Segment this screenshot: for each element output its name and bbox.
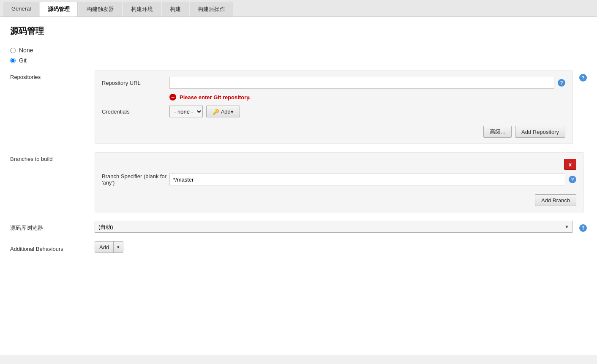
credentials-select[interactable]: - none - — [169, 106, 203, 117]
repositories-content: Repository URL ? − Please enter Git repo… — [95, 71, 572, 144]
tab-bar: General 源码管理 构建触发器 构建环境 构建 构建后操作 — [0, 0, 597, 17]
repo-browser-row: (自动) ▼ — [95, 221, 572, 233]
repo-url-input[interactable] — [169, 77, 554, 89]
add-branch-button[interactable]: Add Branch — [535, 194, 576, 206]
repositories-label: Repositories — [10, 71, 95, 80]
repositories-footer: 高级... Add Repository — [102, 122, 565, 138]
tab-general[interactable]: General — [3, 2, 39, 16]
radio-none[interactable] — [10, 48, 16, 53]
advanced-button[interactable]: 高级... — [483, 126, 512, 138]
repo-url-error: − Please enter Git repository. — [169, 94, 565, 101]
credentials-row: Credentials - none - 🔑 Add▾ — [102, 106, 565, 117]
repo-browser-label: 源码库浏览器 — [10, 221, 95, 232]
add-cred-label: Add▾ — [221, 109, 234, 115]
repo-browser-help-icon[interactable]: ? — [576, 224, 587, 232]
error-text: Please enter Git repository. — [180, 94, 251, 101]
key-icon: 🔑 — [213, 109, 219, 115]
add-credentials-button[interactable]: 🔑 Add▾ — [206, 106, 240, 117]
additional-behaviours-section: Additional Behaviours Add ▾ — [10, 241, 587, 253]
page-title: 源码管理 — [10, 25, 587, 37]
tab-scm[interactable]: 源码管理 — [40, 2, 78, 16]
branch-specifier-label: Branch Specifier (blank for 'any') — [102, 173, 169, 186]
credentials-label: Credentials — [102, 109, 169, 115]
add-behaviour-arrow-icon[interactable]: ▾ — [114, 242, 123, 253]
repositories-section: Repositories Repository URL ? − Please e… — [10, 71, 587, 144]
branch-specifier-help-icon[interactable]: ? — [569, 176, 576, 183]
branches-content: x Branch Specifier (blank for 'any') ? A… — [95, 152, 583, 212]
repo-browser-section: 源码库浏览器 (自动) ▼ ? — [10, 221, 587, 233]
repo-browser-select-wrap: (自动) ▼ — [95, 221, 572, 233]
branch-specifier-row: Branch Specifier (blank for 'any') ? — [102, 173, 576, 186]
branches-section: Branches to build x Branch Specifier (bl… — [10, 152, 587, 212]
add-behaviour-label[interactable]: Add — [95, 242, 114, 253]
scm-radio-group: None Git — [10, 47, 587, 64]
repo-browser-select[interactable]: (自动) — [95, 221, 572, 233]
branches-label: Branches to build — [10, 152, 95, 162]
repo-url-help-icon[interactable]: ? — [558, 79, 565, 87]
tab-post[interactable]: 构建后操作 — [190, 2, 233, 16]
branch-specifier-input[interactable] — [169, 174, 565, 185]
repo-url-input-wrap — [169, 77, 554, 89]
radio-git-label[interactable]: Git — [19, 57, 27, 64]
additional-behaviours-label: Additional Behaviours — [10, 242, 95, 252]
error-icon: − — [169, 94, 176, 101]
repositories-help-icon[interactable]: ? — [576, 74, 587, 81]
repo-url-row: Repository URL ? — [102, 77, 565, 89]
credentials-input-wrap: - none - 🔑 Add▾ — [169, 106, 565, 117]
main-content: 源码管理 None Git Repositories Repository UR… — [0, 17, 597, 355]
add-repository-button[interactable]: Add Repository — [515, 126, 565, 138]
branches-topbar: x — [102, 159, 576, 170]
branch-specifier-input-wrap — [169, 174, 565, 185]
repo-url-label: Repository URL — [102, 80, 169, 86]
branches-footer: Add Branch — [102, 191, 576, 206]
radio-none-label[interactable]: None — [19, 47, 33, 54]
tab-env[interactable]: 构建环境 — [123, 2, 161, 16]
add-behaviour-button[interactable]: Add ▾ — [95, 241, 123, 253]
radio-none-item: None — [10, 47, 587, 54]
repo-browser-help[interactable]: ? — [579, 224, 587, 232]
delete-branch-button[interactable]: x — [564, 159, 576, 170]
radio-git-item: Git — [10, 57, 587, 64]
tab-build[interactable]: 构建 — [162, 2, 189, 16]
radio-git[interactable] — [10, 58, 16, 63]
repositories-help[interactable]: ? — [579, 74, 587, 81]
tab-triggers[interactable]: 构建触发器 — [79, 2, 122, 16]
